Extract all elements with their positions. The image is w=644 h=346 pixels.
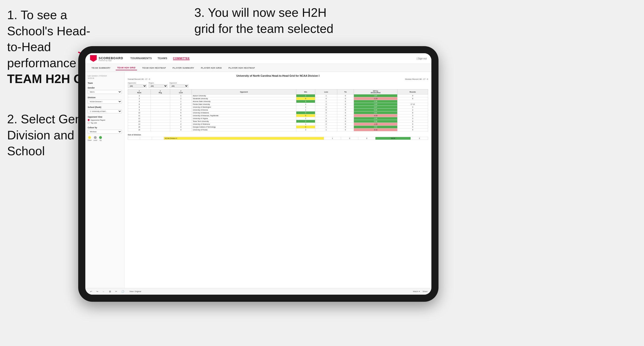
subnav-player-h2h-grid[interactable]: PLAYER H2H GRID xyxy=(199,66,223,70)
cell-opponent: University of Arkansas, Fayetteville xyxy=(192,114,296,117)
region-select[interactable]: (All) xyxy=(148,84,168,88)
sidebar-team-label: Team xyxy=(88,82,122,84)
cell-win: 1 xyxy=(296,117,315,120)
th-rank: #Rank xyxy=(128,89,151,94)
cell-rank: 10 xyxy=(128,112,151,114)
tablet-screen: SCOREBOARD Powered by clippi TOURNAMENTS… xyxy=(85,53,432,295)
cell-reg xyxy=(150,114,170,117)
out-of-division-label: Out of division xyxy=(128,134,428,136)
cell-conf: 3 xyxy=(170,109,192,112)
cell-conf: 2 xyxy=(170,106,192,109)
level-dot xyxy=(94,136,97,139)
sidebar-opponent-view-label: Opponent View xyxy=(88,116,122,118)
table-row: 10 5 University of Alabama 3 0 0 2.61 8 xyxy=(128,112,428,114)
cell-opponent: Arizona State University xyxy=(192,100,296,103)
sub-nav: TEAM SUMMARY TEAM H2H GRID TEAM H2H HEAT… xyxy=(85,64,432,72)
colour-select[interactable]: Win/loss xyxy=(88,130,122,134)
logo-mark xyxy=(90,55,97,62)
radio-opponents-played[interactable]: Opponents Played xyxy=(88,119,122,121)
cell-diff: 1.83 xyxy=(354,103,397,106)
cell-loss: 0 xyxy=(315,117,337,120)
cell-tie: 0 xyxy=(337,123,354,126)
tablet-frame: SCOREBOARD Powered by clippi TOURNAMENTS… xyxy=(78,46,438,302)
subnav-player-h2h-heatmap[interactable]: PLAYER H2H HEATMAP xyxy=(227,66,256,70)
gender-select[interactable]: Men's xyxy=(88,90,122,94)
nav-tournaments[interactable]: TOURNAMENTS xyxy=(130,57,152,60)
cell-tie: 0 xyxy=(337,112,354,114)
cell-diff: -2.29 xyxy=(354,97,397,100)
cell-reg xyxy=(150,97,170,100)
cell-reg xyxy=(150,112,170,114)
cell-rank: 2 xyxy=(128,94,151,97)
out-rank xyxy=(128,137,140,140)
cell-rank: 6 xyxy=(128,103,151,106)
cell-tie: 0 xyxy=(337,94,354,97)
subnav-team-h2h-heatmap[interactable]: TEAM H2H HEATMAP xyxy=(141,66,167,70)
cell-reg xyxy=(150,103,170,106)
cell-rank: 8 xyxy=(128,106,151,109)
th-opponent: Opponent xyxy=(192,89,296,94)
division-select[interactable]: NCAA Division I xyxy=(88,100,122,104)
toolbar: ↩ ↪ ← ⊞ ✂ 🕐 View: Original Watch ▾ Share xyxy=(85,288,432,295)
cell-rank: 3 xyxy=(128,97,151,100)
cell-opponent: Auburn University xyxy=(192,94,296,97)
cell-rank: 4 xyxy=(128,100,151,103)
cell-reg xyxy=(150,123,170,126)
cell-rank: 14 xyxy=(128,123,151,126)
cell-diff: -6.42 xyxy=(354,129,397,131)
share-btn[interactable]: Share xyxy=(422,290,428,293)
cell-conf: 3 xyxy=(170,117,192,120)
cell-win: 1 xyxy=(296,109,315,112)
cell-conf: 3 xyxy=(170,129,192,131)
toolbar-redo[interactable]: ↪ xyxy=(95,290,99,293)
cell-rounds: 3 xyxy=(398,114,428,117)
opponents-select[interactable]: (All) xyxy=(128,84,147,88)
cell-tie: 0 xyxy=(337,109,354,112)
table-row: 14 2 University of Oklahoma 1 2 0 -1.00 … xyxy=(128,123,428,126)
cell-win: 2 xyxy=(296,94,315,97)
h2h-table: #Rank #Reg #Conf Opponent Win Loss Tie D… xyxy=(128,89,428,131)
table-row: 12 3 University of Virginia 1 0 0 2.33 3 xyxy=(128,117,428,120)
out-diff: 26.00 xyxy=(376,137,411,140)
cell-opponent: Vanderbilt University xyxy=(192,97,296,100)
cell-win: 5 xyxy=(296,100,315,103)
cell-diff: 4.50 xyxy=(354,126,397,129)
radio-top100[interactable]: Top 100 xyxy=(88,122,122,124)
cell-win: 3 xyxy=(296,112,315,114)
cell-tie: 0 xyxy=(337,120,354,123)
toolbar-back[interactable]: ← xyxy=(102,290,106,293)
opponent-filter: Opponent (All) xyxy=(170,82,188,88)
toolbar-cut[interactable]: ✂ xyxy=(114,290,118,293)
opponents-filter: Opponents: (All) xyxy=(128,82,147,88)
th-tie: Tie xyxy=(337,89,354,94)
cell-rounds: 9 xyxy=(398,129,428,131)
toolbar-undo[interactable]: ↩ xyxy=(89,290,93,293)
cell-rounds: 9 xyxy=(398,120,428,123)
cell-rounds: 9 xyxy=(398,126,428,129)
nav-teams[interactable]: TEAMS xyxy=(158,57,167,60)
nav-items: TOURNAMENTS TEAMS COMMITTEE xyxy=(130,57,410,60)
toolbar-clock[interactable]: 🕐 xyxy=(120,290,125,293)
sidebar-colour-section: Colour by Win/loss xyxy=(88,126,122,134)
watch-btn[interactable]: Watch ▾ xyxy=(413,290,420,293)
opponents-label: Opponents: xyxy=(128,82,147,84)
cell-tie: 0 xyxy=(337,100,354,103)
opponent-select[interactable]: (All) xyxy=(170,84,188,88)
cell-rank: 12 xyxy=(128,117,151,120)
cell-opponent: University of Virginia xyxy=(192,117,296,120)
school-select[interactable]: 1. University of Nort... xyxy=(88,109,122,113)
cell-opponent: University of Arizona xyxy=(192,109,296,112)
toolbar-copy[interactable]: ⊞ xyxy=(108,290,112,293)
cell-conf: 1 xyxy=(170,120,192,123)
nav-committee[interactable]: COMMITTEE xyxy=(173,57,190,60)
cell-diff: 2.33 xyxy=(354,117,397,120)
subnav-team-h2h-grid[interactable]: TEAM H2H GRID xyxy=(116,66,137,70)
out-division-name: NCAA Division II xyxy=(164,137,324,140)
subnav-player-summary[interactable]: PLAYER SUMMARY xyxy=(171,66,196,70)
radio-dot-played xyxy=(88,119,90,121)
subnav-team-summary[interactable]: TEAM SUMMARY xyxy=(90,66,112,70)
cell-rank: 11 xyxy=(128,114,151,117)
toolbar-right: Watch ▾ Share xyxy=(413,290,428,293)
sign-out[interactable]: | Sign out xyxy=(417,57,427,60)
cell-loss: 0 xyxy=(315,106,337,109)
